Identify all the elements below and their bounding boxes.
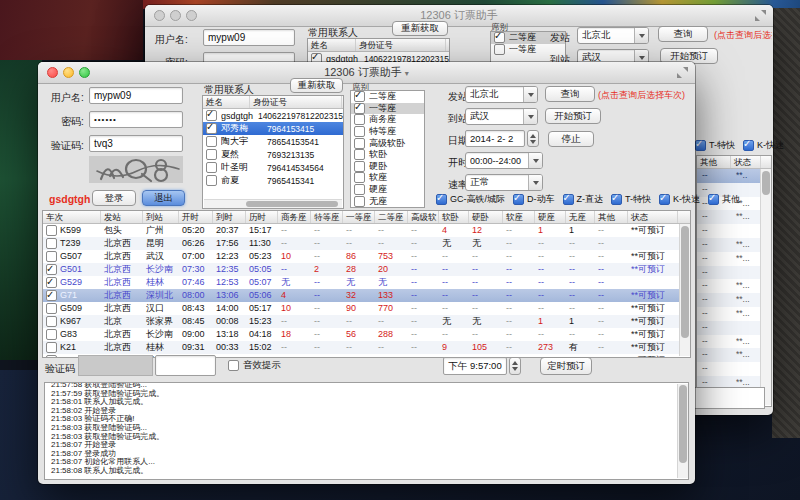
- train-type-filter[interactable]: 其他: [708, 193, 740, 206]
- bg-titlebar[interactable]: 12306 订票助手: [145, 5, 773, 27]
- bottom-captcha-image[interactable]: [78, 355, 153, 376]
- timer-time-input[interactable]: 下午 9:57:00: [443, 357, 507, 375]
- bottom-captcha-input[interactable]: [155, 355, 216, 376]
- train-row[interactable]: G529北京西桂林07:4612:5305:07无--无无-----------…: [43, 276, 690, 289]
- quit-button[interactable]: 退出: [142, 190, 185, 206]
- captcha-input[interactable]: tvq3: [89, 135, 183, 152]
- refresh-contacts-button[interactable]: 重新获取: [290, 78, 343, 93]
- contact-row[interactable]: 陶大宇78654153541: [203, 135, 343, 148]
- stop-button[interactable]: 停止: [548, 131, 594, 147]
- seat-checkbox[interactable]: [354, 114, 365, 125]
- train-checkbox[interactable]: [46, 342, 57, 353]
- train-type-filter[interactable]: GC-高铁/城际: [436, 193, 505, 206]
- train-checkbox[interactable]: [46, 238, 57, 249]
- rate-select[interactable]: 正常: [465, 174, 543, 191]
- seat-checkbox[interactable]: [354, 138, 365, 149]
- train-row[interactable]: K967北京张家界08:4500:0815:23----------无无--11…: [43, 315, 690, 328]
- train-row[interactable]: G507北京西武汉07:0012:2305:2310--86753-------…: [43, 250, 690, 263]
- train-checkbox[interactable]: [46, 290, 57, 301]
- checkbox-icon[interactable]: [743, 140, 754, 151]
- sound-alert-checkbox[interactable]: [228, 360, 239, 371]
- query-button[interactable]: 查询: [545, 86, 595, 102]
- contact-row[interactable]: 夏然7693213135: [203, 148, 343, 161]
- train-checkbox[interactable]: [46, 277, 57, 288]
- bg-filter-t[interactable]: T-特快: [695, 139, 735, 152]
- checkbox-icon[interactable]: [708, 194, 719, 205]
- bg-seat-checkbox[interactable]: [494, 44, 505, 55]
- checkbox-icon[interactable]: [611, 194, 622, 205]
- seat-row[interactable]: 无座: [351, 195, 424, 207]
- checkbox-icon[interactable]: [563, 194, 574, 205]
- front-titlebar[interactable]: 12306 订票助手 ▾: [38, 62, 695, 84]
- checkbox-icon[interactable]: [695, 140, 706, 151]
- seat-row[interactable]: 硬座: [351, 184, 424, 196]
- seat-row[interactable]: 一等座: [351, 103, 424, 115]
- train-type-filter[interactable]: K-快速: [659, 193, 700, 206]
- bg-refresh-button[interactable]: 重新获取: [392, 21, 448, 36]
- seat-checkbox[interactable]: [354, 103, 365, 114]
- password-input[interactable]: ••••••: [89, 111, 183, 128]
- chevron-down-icon[interactable]: [528, 175, 542, 190]
- contact-checkbox[interactable]: [206, 162, 217, 173]
- checkbox-icon[interactable]: [513, 194, 524, 205]
- scrollbar-thumb[interactable]: [679, 385, 687, 463]
- seat-row[interactable]: 软座: [351, 172, 424, 184]
- seat-row[interactable]: 特等座: [351, 126, 424, 138]
- scrollbar-thumb[interactable]: [762, 171, 770, 195]
- contact-row[interactable]: 俞夏7965415341: [203, 174, 343, 187]
- chevron-down-icon[interactable]: [523, 109, 537, 124]
- contact-row[interactable]: 叶圣明796414534564: [203, 161, 343, 174]
- checkbox-icon[interactable]: [436, 194, 447, 205]
- train-type-filter[interactable]: T-特快: [611, 193, 651, 206]
- bg-seat-checkbox[interactable]: [494, 32, 505, 43]
- train-checkbox[interactable]: [46, 251, 57, 262]
- front-window[interactable]: 12306 订票助手 ▾ 用户名: mypw09 密码: •••••• 验证码:…: [38, 62, 695, 484]
- train-checkbox[interactable]: [46, 264, 57, 275]
- log-panel[interactable]: 21:57:58 获取登陆验证码...21:57:59 获取登陆验证码完成。21…: [44, 382, 689, 480]
- train-checkbox[interactable]: [46, 303, 57, 314]
- sound-alert-option[interactable]: 音效提示: [228, 359, 281, 372]
- contact-checkbox[interactable]: [206, 123, 217, 134]
- seat-checkbox[interactable]: [354, 196, 365, 207]
- date-stepper[interactable]: [527, 130, 539, 147]
- contacts-h-scrollbar[interactable]: [204, 199, 342, 208]
- train-table[interactable]: 车次发站到站开时到时历时商务座特等座一等座二等座高级软卧软卧硬卧软座硬座无座其他…: [42, 210, 691, 358]
- seat-list[interactable]: 二等座一等座商务座特等座高级软卧软卧硬卧软座硬座无座: [350, 90, 425, 208]
- contact-checkbox[interactable]: [206, 149, 217, 160]
- captcha-image[interactable]: [89, 156, 183, 183]
- seat-checkbox[interactable]: [354, 161, 365, 172]
- train-row[interactable]: G83北京西长沙南09:0013:1804:1818--56288-------…: [43, 328, 690, 341]
- train-checkbox[interactable]: [46, 329, 57, 340]
- contact-row[interactable]: gsdgtgh140622197812202315: [203, 109, 343, 122]
- chevron-down-icon[interactable]: [523, 87, 537, 102]
- seat-checkbox[interactable]: [354, 126, 365, 137]
- fullscreen-icon[interactable]: [677, 67, 688, 78]
- seat-row[interactable]: 商务座: [351, 114, 424, 126]
- contacts-table[interactable]: 姓名 身份证号 gsdgtgh140622197812202315邓秀梅7964…: [202, 95, 344, 209]
- train-row[interactable]: G71北京西深圳北08:0013:0605:064--32133--------…: [43, 289, 690, 302]
- train-checkbox[interactable]: [46, 225, 57, 236]
- bg-username-input[interactable]: mypw09: [203, 29, 295, 46]
- fullscreen-icon[interactable]: [755, 10, 766, 21]
- title-caret-icon[interactable]: ▾: [405, 69, 409, 78]
- train-row[interactable]: T239北京西昆明06:2617:5611:30----------无无----…: [43, 237, 690, 250]
- seat-checkbox[interactable]: [354, 184, 365, 195]
- checkbox-icon[interactable]: [659, 194, 670, 205]
- timer-time-stepper[interactable]: [509, 357, 521, 375]
- contact-checkbox[interactable]: [206, 136, 217, 147]
- contact-checkbox[interactable]: [206, 175, 217, 186]
- train-row[interactable]: G501北京西长沙南07:3012:3505:05--22820--------…: [43, 263, 690, 276]
- train-table-scrollbar[interactable]: [679, 224, 690, 356]
- contact-checkbox[interactable]: [206, 110, 217, 121]
- log-scrollbar[interactable]: [677, 384, 688, 478]
- bg-table-scrollbar[interactable]: [760, 169, 771, 405]
- bg-query-button[interactable]: 查询: [658, 26, 708, 42]
- seat-checkbox[interactable]: [354, 172, 365, 183]
- train-type-filter[interactable]: D-动车: [513, 193, 555, 206]
- seat-row[interactable]: 软卧: [351, 149, 424, 161]
- train-checkbox[interactable]: [46, 355, 57, 358]
- chevron-down-icon[interactable]: [634, 28, 648, 43]
- chevron-down-icon[interactable]: [528, 153, 542, 168]
- username-input[interactable]: mypw09: [89, 87, 183, 104]
- bg-filter-k[interactable]: K-快速: [743, 139, 784, 152]
